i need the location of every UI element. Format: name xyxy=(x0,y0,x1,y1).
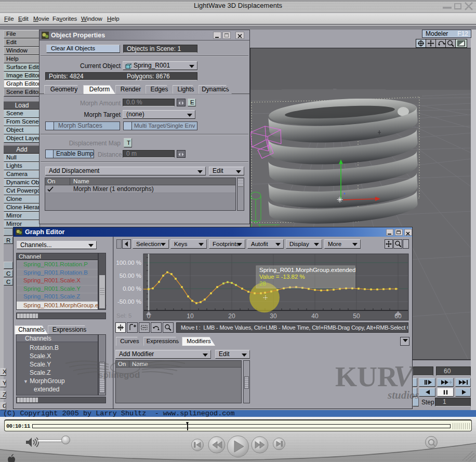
svg-text:60: 60 xyxy=(394,312,402,320)
svg-text:0: 0 xyxy=(147,312,151,320)
svg-text:50: 50 xyxy=(353,312,360,320)
svg-text:0.00 %: 0.00 % xyxy=(123,286,141,292)
svg-text:30: 30 xyxy=(270,312,277,320)
svg-text:50.00 %: 50.00 % xyxy=(120,273,141,279)
svg-text:20: 20 xyxy=(228,312,235,320)
svg-text:Spring_R001.MorphGroup.extende: Spring_R001.MorphGroup.extended xyxy=(259,267,355,273)
svg-text:splinegod: splinegod xyxy=(98,370,140,380)
svg-text:Sel: 5: Sel: 5 xyxy=(116,312,131,319)
svg-text:40: 40 xyxy=(311,312,319,320)
svg-text:28: 28 xyxy=(259,280,266,287)
svg-text:10: 10 xyxy=(187,312,194,320)
svg-text:Value = -13.82 %: Value = -13.82 % xyxy=(259,274,305,280)
svg-text:100.00 %: 100.00 % xyxy=(116,260,141,266)
svg-text:-50.00 %: -50.00 % xyxy=(117,298,141,305)
